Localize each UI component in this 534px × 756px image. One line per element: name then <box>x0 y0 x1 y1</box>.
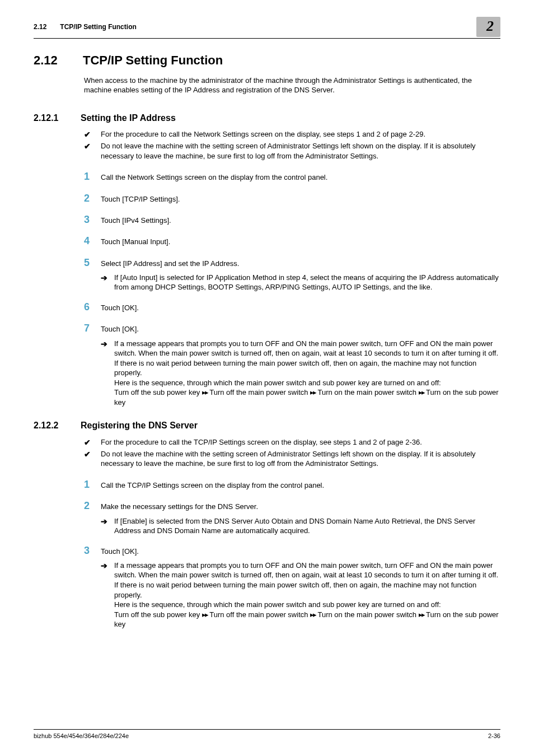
step-text: Touch [OK]. <box>101 324 139 334</box>
sub-note-text: If [Auto Input] is selected for IP Appli… <box>114 273 500 292</box>
page: 2.12 TCP/IP Setting Function 2 2.12 TCP/… <box>0 0 534 756</box>
sub-note-text: If [Enable] is selected from the DNS Ser… <box>114 516 500 536</box>
step-number: 4 <box>84 234 101 248</box>
sub-note-text: If a message appears that prompts you to… <box>114 561 500 629</box>
triangle-icon: ▸▸ <box>202 610 208 619</box>
step-text: Touch [OK]. <box>101 547 139 557</box>
footer-right: 2-36 <box>488 732 500 740</box>
check-icon: ✔ <box>84 449 101 469</box>
triangle-icon: ▸▸ <box>202 388 208 396</box>
sequence-text: Turn off the sub power key <box>114 610 202 619</box>
step-item: 1 Call the TCP/IP Settings screen on the… <box>84 478 500 491</box>
sub-note: ➔ If [Enable] is selected from the DNS S… <box>101 516 500 536</box>
triangle-icon: ▸▸ <box>419 388 424 396</box>
triangle-icon: ▸▸ <box>310 610 316 619</box>
step-number: 7 <box>84 321 101 335</box>
arrow-icon: ➔ <box>101 516 114 536</box>
step-text: Touch [Manual Input]. <box>101 237 170 247</box>
sub-note: ➔ If a message appears that prompts you … <box>101 339 500 408</box>
subsection-title: Setting the IP Address <box>81 112 176 124</box>
step-text: Call the TCP/IP Settings screen on the d… <box>101 480 324 491</box>
header-left: 2.12 TCP/IP Setting Function <box>34 22 137 31</box>
check-item: ✔ Do not leave the machine with the sett… <box>84 141 500 161</box>
step-text: Call the Network Settings screen on the … <box>101 172 327 183</box>
step-item: 6 Touch [OK]. <box>84 300 500 314</box>
subsection-number: 2.12.1 <box>34 112 68 124</box>
header-section-number: 2.12 <box>34 22 58 31</box>
check-item: ✔ For the procedure to call the Network … <box>84 129 500 140</box>
note-paragraph: Here is the sequence, through which the … <box>114 600 441 609</box>
step-item: 3 Touch [IPv4 Settings]. <box>84 213 500 226</box>
note-paragraph: If a message appears that prompts you to… <box>114 561 498 599</box>
check-icon: ✔ <box>84 141 101 161</box>
step-item: 2 Touch [TCP/IP Settings]. <box>84 192 500 205</box>
check-text: Do not leave the machine with the settin… <box>101 449 500 469</box>
step-text: Make the necessary settings for the DNS … <box>101 502 258 512</box>
triangle-icon: ▸▸ <box>419 610 424 619</box>
section-heading: 2.12 TCP/IP Setting Function <box>34 52 500 69</box>
subsection-title: Registering the DNS Server <box>81 419 198 432</box>
section-number: 2.12 <box>34 52 67 69</box>
step-item: 4 Touch [Manual Input]. <box>84 234 500 248</box>
sequence-text: Turn off the main power switch <box>208 388 310 396</box>
step-number: 5 <box>84 256 101 269</box>
subsection-number: 2.12.2 <box>34 419 68 432</box>
sub-note: ➔ If a message appears that prompts you … <box>101 561 500 629</box>
triangle-icon: ▸▸ <box>310 388 316 396</box>
sequence-text: Turn on the main power switch <box>316 610 419 619</box>
sequence-text: Turn off the main power switch <box>208 610 310 619</box>
step-item: 3 Touch [OK]. <box>84 544 500 557</box>
check-item: ✔ Do not leave the machine with the sett… <box>84 449 500 469</box>
subsection-heading: 2.12.2 Registering the DNS Server <box>34 419 500 432</box>
step-text: Select [IP Address] and set the IP Addre… <box>101 259 239 269</box>
note-paragraph: If a message appears that prompts you to… <box>114 339 498 377</box>
arrow-icon: ➔ <box>101 561 114 629</box>
check-text: For the procedure to call the Network Se… <box>101 129 425 140</box>
footer-left: bizhub 554e/454e/364e/284e/224e <box>34 732 129 740</box>
step-item: 2 Make the necessary settings for the DN… <box>84 499 500 512</box>
step-number: 1 <box>84 478 101 491</box>
header-section-title: TCP/IP Setting Function <box>60 23 136 31</box>
check-item: ✔ For the procedure to call the TCP/IP S… <box>84 437 500 448</box>
step-number: 3 <box>84 544 101 557</box>
step-number: 3 <box>84 213 101 226</box>
page-header: 2.12 TCP/IP Setting Function 2 <box>34 17 500 39</box>
subsection-heading: 2.12.1 Setting the IP Address <box>34 112 500 124</box>
sub-note: ➔ If [Auto Input] is selected for IP App… <box>101 273 500 292</box>
step-item: 7 Touch [OK]. <box>84 321 500 335</box>
intro-paragraph: When access to the machine by the admini… <box>84 76 500 95</box>
step-item: 5 Select [IP Address] and set the IP Add… <box>84 256 500 269</box>
arrow-icon: ➔ <box>101 273 114 292</box>
step-number: 6 <box>84 300 101 314</box>
step-text: Touch [IPv4 Settings]. <box>101 216 171 226</box>
step-text: Touch [OK]. <box>101 303 139 313</box>
page-footer: bizhub 554e/454e/364e/284e/224e 2-36 <box>34 729 500 740</box>
arrow-icon: ➔ <box>101 339 114 408</box>
step-item: 1 Call the Network Settings screen on th… <box>84 170 500 183</box>
step-number: 1 <box>84 170 101 183</box>
sequence-text: Turn off the sub power key <box>114 388 202 396</box>
step-text: Touch [TCP/IP Settings]. <box>101 194 180 204</box>
step-number: 2 <box>84 192 101 205</box>
sequence-text: Turn on the main power switch <box>316 388 419 396</box>
chapter-badge: 2 <box>476 17 500 37</box>
note-paragraph: Here is the sequence, through which the … <box>114 379 441 387</box>
section-title: TCP/IP Setting Function <box>83 52 223 69</box>
check-icon: ✔ <box>84 437 101 448</box>
check-text: For the procedure to call the TCP/IP Set… <box>101 437 422 448</box>
sub-note-text: If a message appears that prompts you to… <box>114 339 500 408</box>
check-icon: ✔ <box>84 129 101 140</box>
step-number: 2 <box>84 499 101 512</box>
check-text: Do not leave the machine with the settin… <box>101 141 500 161</box>
